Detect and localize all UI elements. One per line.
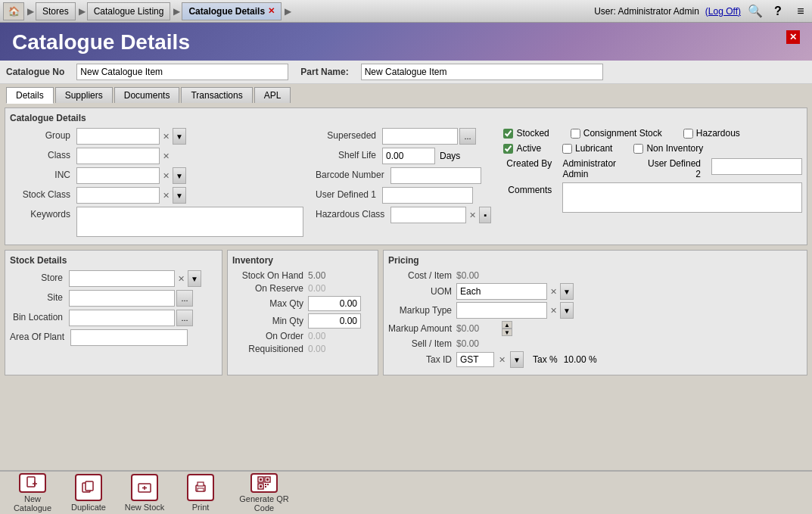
svg-rect-14 [260, 478, 262, 481]
uom-input[interactable] [456, 283, 547, 300]
duplicate-button[interactable]: Duplicate [62, 473, 115, 512]
markup-spin-up[interactable]: ▲ [502, 321, 512, 329]
search-icon[interactable]: 🔍 [747, 3, 764, 20]
tax-pct-label: Tax % [533, 354, 558, 365]
keywords-row: Keywords [10, 207, 303, 237]
consignment-label: Consignment Stock [583, 128, 662, 139]
class-clear-icon[interactable]: ✕ [161, 151, 171, 161]
breadcrumb-stores[interactable]: Stores [36, 2, 76, 20]
hazardous-class-ellipsis-btn[interactable]: ▪ [479, 207, 491, 223]
close-button[interactable]: ✕ [786, 30, 800, 44]
hazardous-checkbox[interactable] [683, 129, 693, 139]
new-catalogue-icon [19, 473, 46, 493]
page-title: Catalogue Details [12, 30, 190, 55]
store-input[interactable] [69, 270, 175, 287]
class-input[interactable] [76, 148, 160, 164]
store-clear-icon[interactable]: ✕ [176, 274, 186, 284]
hazardous-class-clear-icon[interactable]: ✕ [468, 210, 478, 220]
new-stock-button[interactable]: New Stock [118, 473, 171, 512]
group-row: Group ✕ ▼ [10, 128, 303, 145]
part-name-input[interactable] [361, 64, 603, 80]
nav-bar: 🏠 ▶ Stores ▶ Catalogue Listing ▶ Catalog… [0, 0, 812, 23]
markup-type-dropdown-btn[interactable]: ▼ [560, 302, 574, 319]
user-def-2-input[interactable] [711, 158, 802, 175]
area-of-plant-input[interactable] [70, 329, 188, 346]
breadcrumb-catalogue-details[interactable]: Catalogue Details ✕ [182, 2, 282, 20]
barcode-input[interactable] [390, 167, 481, 184]
stock-details-panel: Stock Details Store ✕ ▼ Site ... Bin Loc… [5, 250, 222, 375]
catalogue-no-row: Catalogue No Part Name: [0, 61, 812, 84]
site-ellipsis-btn[interactable]: ... [176, 290, 193, 307]
keywords-input[interactable] [76, 207, 303, 237]
tab-details[interactable]: Details [6, 87, 54, 104]
print-button[interactable]: Print [174, 473, 227, 512]
group-input[interactable] [76, 128, 160, 145]
tax-id-input[interactable] [456, 352, 494, 367]
col-mid: Superseded ... Shelf Life Days Barcode N… [316, 128, 491, 240]
inc-clear-icon[interactable]: ✕ [161, 171, 171, 181]
new-catalogue-button[interactable]: New Catalogue [6, 473, 59, 512]
nav-separator-2: ▶ [79, 6, 86, 17]
help-icon[interactable]: ? [770, 3, 786, 20]
svg-rect-10 [198, 488, 204, 491]
active-checkbox[interactable] [503, 144, 513, 154]
hazardous-class-input[interactable] [390, 207, 466, 223]
store-dropdown-btn[interactable]: ▼ [188, 270, 201, 287]
superseded-input[interactable] [382, 128, 458, 145]
home-button[interactable]: 🏠 [3, 2, 24, 20]
catalogue-details-grid: Group ✕ ▼ Class ✕ INC [10, 128, 802, 240]
uom-label: UOM [388, 286, 456, 297]
lubricant-checkbox[interactable] [562, 144, 572, 154]
menu-icon[interactable]: ≡ [792, 3, 809, 20]
site-input[interactable] [69, 290, 175, 307]
group-dropdown-btn[interactable]: ▼ [173, 128, 186, 145]
shelf-life-input[interactable] [382, 148, 435, 164]
inc-input[interactable] [76, 167, 160, 184]
requisitioned-row: Requisitioned 0.00 [232, 344, 373, 354]
stock-on-hand-row: Stock On Hand 5.00 [232, 270, 373, 281]
tab-transactions[interactable]: Transactions [181, 87, 252, 103]
sell-item-label: Sell / Item [388, 338, 456, 349]
tax-id-clear-icon[interactable]: ✕ [497, 355, 507, 365]
on-order-value: 0.00 [308, 331, 325, 341]
group-clear-icon[interactable]: ✕ [161, 132, 171, 142]
max-qty-input[interactable] [308, 296, 361, 311]
nav-right: User: Administrator Admin (Log Off) 🔍 ? … [594, 3, 809, 20]
catalogue-no-input[interactable] [76, 64, 288, 80]
qr-code-button[interactable]: Generate QR Code [230, 473, 298, 512]
shelf-life-control: Days [382, 148, 460, 164]
log-off-link[interactable]: (Log Off) [705, 6, 741, 17]
tax-id-dropdown-btn[interactable]: ▼ [510, 351, 524, 368]
consignment-checkbox[interactable] [571, 129, 580, 139]
active-row: Active Lubricant Non Inventory [503, 143, 802, 154]
stock-class-control: ✕ ▼ [76, 187, 186, 204]
new-stock-icon [131, 474, 158, 501]
tab-documents[interactable]: Documents [114, 87, 180, 103]
markup-type-input[interactable] [456, 302, 547, 319]
bin-location-ellipsis-btn[interactable]: ... [176, 310, 193, 326]
markup-type-clear-icon[interactable]: ✕ [549, 306, 558, 316]
max-qty-label: Max Qty [232, 298, 308, 309]
tab-suppliers[interactable]: Suppliers [55, 87, 113, 103]
inc-dropdown-btn[interactable]: ▼ [173, 167, 186, 184]
close-tab-icon[interactable]: ✕ [268, 6, 275, 16]
user-def-1-input[interactable] [382, 187, 473, 204]
uom-clear-icon[interactable]: ✕ [549, 287, 558, 297]
stock-class-clear-icon[interactable]: ✕ [161, 191, 171, 201]
stock-class-input[interactable] [76, 187, 160, 204]
bin-location-input[interactable] [69, 310, 175, 326]
markup-spin-down[interactable]: ▼ [502, 329, 512, 336]
tab-apl[interactable]: APL [254, 87, 291, 103]
breadcrumb-catalogue-listing[interactable]: Catalogue Listing [87, 2, 171, 20]
stock-class-dropdown-btn[interactable]: ▼ [173, 187, 186, 204]
stocked-checkbox[interactable] [503, 129, 513, 139]
superseded-ellipsis-btn[interactable]: ... [459, 128, 476, 145]
inventory-panel: Inventory Stock On Hand 5.00 On Reserve … [227, 250, 378, 375]
uom-dropdown-btn[interactable]: ▼ [560, 283, 574, 300]
comments-row: Comments [503, 182, 802, 213]
min-qty-input[interactable] [308, 313, 361, 329]
non-inventory-checkbox[interactable] [633, 144, 643, 154]
qr-code-icon [250, 473, 278, 493]
duplicate-icon [75, 474, 102, 501]
comments-input[interactable] [562, 182, 802, 213]
